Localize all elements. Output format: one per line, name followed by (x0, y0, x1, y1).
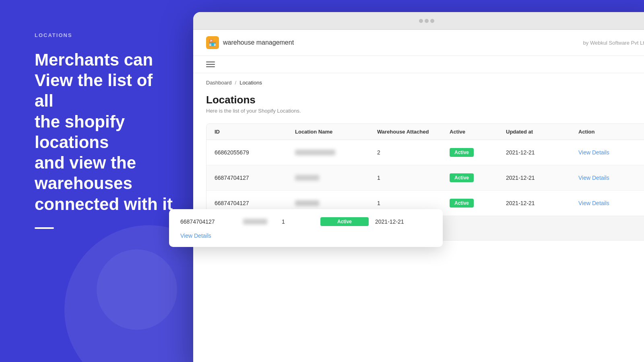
floating-id: 66874704127 (180, 218, 237, 225)
page-title: Locations (206, 94, 644, 106)
active-badge: Active (450, 148, 474, 157)
col-header-location: Location Name (295, 129, 377, 135)
row2-action: View Details (578, 175, 639, 181)
row3-location-name (295, 200, 377, 206)
right-panel: 🏪 warehouse management by Webkul Softwar… (193, 12, 644, 362)
main-text-line2: View the list of all (35, 71, 153, 110)
app-byline: by Webkul Software Pvt Ltd (583, 40, 644, 46)
browser-dot-3 (430, 19, 434, 23)
main-text-line1: Merchants can (35, 50, 153, 69)
page-subtitle: Here is the list of your Shopify Locatio… (206, 108, 644, 114)
browser-dot-2 (425, 19, 429, 23)
main-text-line6: connected with it (35, 195, 173, 214)
row3-action: View Details (578, 200, 639, 206)
row1-active: Active (450, 148, 506, 157)
row3-id: 66874704127 (215, 200, 295, 206)
row1-warehouse: 2 (377, 149, 450, 156)
active-badge: Active (450, 199, 474, 208)
row1-location-name (295, 150, 377, 155)
browser-dot-1 (419, 19, 423, 23)
breadcrumb-home[interactable]: Dashboard (206, 80, 232, 86)
row2-id: 66874704127 (215, 175, 295, 181)
row3-updated: 2021-12-21 (506, 200, 578, 206)
app-logo: 🏪 warehouse management (206, 36, 294, 49)
row1-id: 66862055679 (215, 149, 295, 156)
nav-bar (193, 56, 644, 73)
active-badge: Active (450, 173, 474, 182)
row3-active: Active (450, 199, 506, 208)
breadcrumb-current: Locations (239, 80, 262, 86)
col-header-warehouse: Warehouse Attached (377, 129, 450, 135)
view-details-link[interactable]: View Details (578, 175, 609, 181)
row1-updated: 2021-12-21 (506, 149, 578, 156)
app-title: warehouse management (223, 39, 294, 46)
browser-content: 🏪 warehouse management by Webkul Softwar… (193, 30, 644, 362)
location-name-blur (295, 150, 335, 155)
table-row: 66862055679 2 Active 2021-12-21 View Det… (206, 140, 644, 165)
main-text-line3: the shopify locations (35, 112, 125, 152)
browser-topbar (193, 12, 644, 30)
hamburger-menu[interactable] (206, 62, 644, 67)
section-label: LOCATIONS (35, 32, 175, 38)
floating-updated: 2021-12-21 (375, 218, 431, 225)
logo-icon: 🏪 (206, 36, 219, 49)
col-header-updated: Updated at (506, 129, 578, 135)
row2-updated: 2021-12-21 (506, 175, 578, 181)
divider-line (35, 227, 54, 229)
hamburger-line-1 (206, 62, 215, 62)
row2-warehouse: 1 (377, 175, 450, 181)
col-header-id: ID (215, 129, 295, 135)
main-text-line4: and view the (35, 153, 136, 172)
app-header: 🏪 warehouse management by Webkul Softwar… (193, 30, 644, 56)
logo-emoji: 🏪 (208, 39, 217, 47)
floating-card: 66874704127 1 Active 2021-12-21 View Det… (169, 209, 443, 247)
col-header-active: Active (450, 129, 506, 135)
col-header-action: Action (578, 129, 639, 135)
floating-card-row: 66874704127 1 Active 2021-12-21 View Det… (180, 217, 431, 239)
floating-active-badge: Active (320, 217, 369, 226)
main-text-line5: warehouses (35, 174, 132, 193)
location-name-blur-sm (295, 175, 319, 181)
decorative-circle-2 (97, 249, 177, 330)
view-details-link[interactable]: View Details (578, 200, 609, 206)
row2-active: Active (450, 173, 506, 182)
row1-action: View Details (578, 149, 639, 156)
breadcrumb-separator: / (235, 80, 237, 86)
hamburger-line-2 (206, 64, 215, 65)
floating-warehouse: 1 (282, 218, 314, 225)
view-details-link[interactable]: View Details (578, 149, 609, 156)
browser-frame: 🏪 warehouse management by Webkul Softwar… (193, 12, 644, 362)
location-name-blur-sm2 (295, 200, 319, 206)
floating-location-blur (243, 219, 267, 224)
floating-view-details[interactable]: View Details (180, 232, 237, 239)
row2-location-name (295, 175, 377, 181)
hamburger-line-3 (206, 66, 215, 67)
breadcrumb: Dashboard / Locations (193, 73, 644, 86)
table-row: 66874704127 1 Active 2021-12-21 View Det… (206, 165, 644, 191)
row3-warehouse: 1 (377, 200, 450, 206)
table-header: ID Location Name Warehouse Attached Acti… (206, 124, 644, 140)
left-panel: LOCATIONS Merchants can View the list of… (0, 0, 209, 362)
main-text: Merchants can View the list of all the s… (35, 49, 175, 214)
